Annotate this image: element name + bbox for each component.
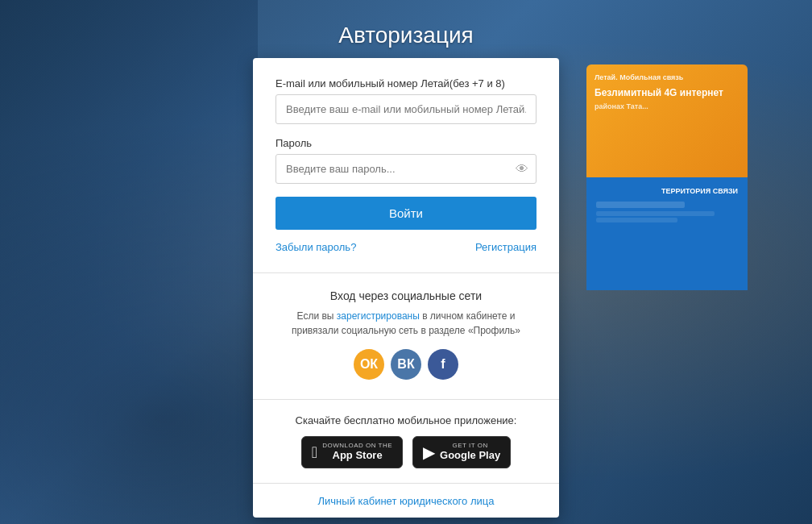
page-title: Авторизация — [0, 23, 812, 48]
laptop-screen-orange: Летай. Мобильная связь Безлимитный 4G ин… — [586, 64, 748, 290]
password-input[interactable] — [276, 154, 536, 184]
laptop-screen-blue: ТЕРРИТОРИЯ СВЯЗИ — [586, 177, 748, 290]
login-button[interactable]: Войти — [276, 197, 536, 230]
ok-social-button[interactable]: ОК — [354, 349, 384, 380]
google-play-text: GET IT ON Google Play — [440, 443, 500, 462]
login-modal: E-mail или мобильный номер Летай(без +7 … — [253, 58, 559, 518]
business-section: Личный кабинет юридического лица — [253, 483, 559, 518]
social-title: Вход через социальные сети — [276, 289, 536, 302]
password-label: Пароль — [276, 137, 536, 149]
password-wrapper: 👁 — [276, 154, 536, 184]
social-registered-link[interactable]: зарегистрированы — [337, 310, 420, 322]
email-label: E-mail или мобильный номер Летай(без +7 … — [276, 77, 536, 89]
person-background — [0, 0, 258, 524]
google-play-icon: ▶ — [423, 444, 435, 460]
google-play-button[interactable]: ▶ GET IT ON Google Play — [412, 436, 511, 468]
register-link[interactable]: Регистрация — [475, 241, 536, 253]
fb-social-button[interactable]: f — [428, 349, 458, 380]
social-icons-container: ОК ВК f — [276, 349, 536, 380]
app-store-text: Download on the App Store — [322, 443, 392, 462]
laptop-banner-text: Летай. Мобильная связь Безлимитный 4G ин… — [586, 64, 748, 120]
app-section: Скачайте бесплатно мобильное приложение:… — [253, 399, 559, 483]
form-section: E-mail или мобильный номер Летай(без +7 … — [253, 58, 559, 272]
form-links: Забыли пароль? Регистрация — [276, 241, 536, 253]
show-password-icon[interactable]: 👁 — [516, 162, 528, 177]
app-buttons-container:  Download on the App Store ▶ GET IT ON … — [276, 436, 536, 468]
vk-social-button[interactable]: ВК — [391, 349, 421, 380]
app-download-title: Скачайте бесплатно мобильное приложение: — [276, 414, 536, 426]
business-cabinet-link[interactable]: Личный кабинет юридического лица — [318, 495, 495, 507]
social-section: Вход через социальные сети Если вы зарег… — [253, 272, 559, 399]
app-store-button[interactable]:  Download on the App Store — [301, 436, 403, 468]
apple-icon:  — [312, 444, 317, 460]
forgot-password-link[interactable]: Забыли пароль? — [276, 241, 356, 253]
email-input[interactable] — [276, 94, 536, 124]
social-description: Если вы зарегистрированы в личном кабине… — [276, 309, 536, 338]
